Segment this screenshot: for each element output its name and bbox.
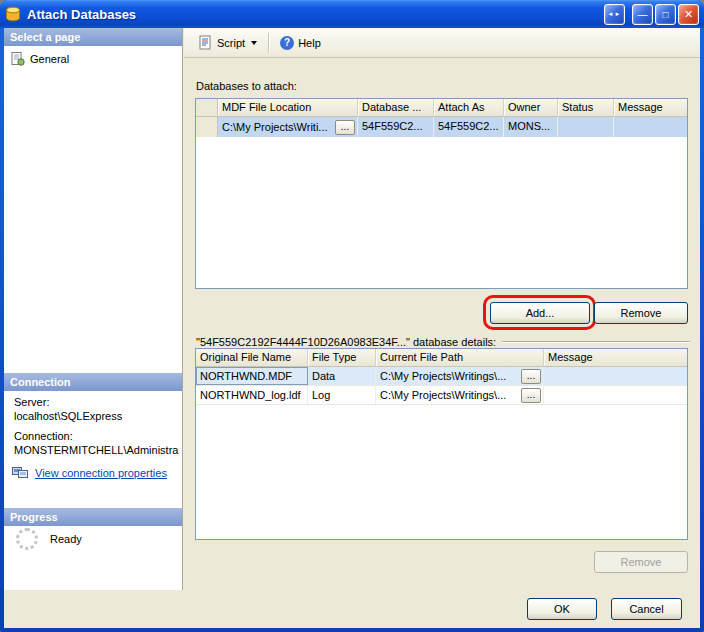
column-header-owner[interactable]: Owner (504, 99, 558, 116)
column-header-current-file-path[interactable]: Current File Path (376, 349, 544, 366)
column-header-attach-as[interactable]: Attach As (434, 99, 504, 116)
server-label: Server: (14, 396, 49, 408)
toolbar-separator (268, 33, 269, 53)
script-button-label: Script (217, 37, 245, 49)
progress-header: Progress (4, 508, 182, 526)
current-file-path-value: C:\My Projects\Writings\... (380, 389, 506, 401)
column-header-mdf-file-location[interactable]: MDF File Location (218, 99, 358, 116)
original-file-name-cell[interactable]: NORTHWND_log.ldf (196, 386, 308, 404)
connection-label: Connection: (14, 430, 73, 442)
details-divider (502, 341, 690, 343)
column-header-database[interactable]: Database ... (358, 99, 434, 116)
row-selector-cell[interactable] (196, 117, 218, 137)
column-header-message[interactable]: Message (614, 99, 687, 116)
attach-as-cell[interactable]: 54F559C2... (434, 117, 504, 137)
general-page-icon (11, 52, 25, 66)
column-header-file-type[interactable]: File Type (308, 349, 376, 366)
window-title: Attach Databases (27, 7, 602, 22)
database-details-label: "54F559C2192F4444F10D26A0983E34F..." dat… (196, 336, 496, 348)
grid1-header-row: MDF File Location Database ... Attach As… (196, 99, 687, 117)
column-header-status[interactable]: Status (558, 99, 614, 116)
current-file-path-cell[interactable]: C:\My Projects\Writings\... ... (376, 386, 544, 404)
connection-value: MONSTERMITCHELL\Administra (14, 444, 178, 456)
dialog-body: Select a page General Connection Server:… (4, 28, 700, 628)
table-row[interactable]: NORTHWND.MDF Data C:\My Projects\Writing… (196, 367, 687, 386)
file-type-cell[interactable]: Data (308, 367, 376, 385)
attach-database-icon (5, 6, 22, 22)
browse-button[interactable]: ... (335, 120, 355, 135)
view-connection-properties-link[interactable]: View connection properties (35, 467, 167, 479)
toolbar: Script Help (184, 28, 700, 58)
file-type-cell[interactable]: Log (308, 386, 376, 404)
help-button[interactable]: Help (274, 33, 327, 53)
original-file-name-cell[interactable]: NORTHWND.MDF (196, 367, 308, 385)
browse-button[interactable]: ... (521, 388, 541, 403)
databases-to-attach-grid: MDF File Location Database ... Attach As… (195, 98, 688, 289)
message-cell[interactable] (544, 367, 687, 385)
titlebar[interactable]: Attach Databases ◄► — □ ✕ (0, 0, 704, 28)
server-value: localhost\SQLExpress (14, 410, 122, 422)
owner-cell[interactable]: MONS... (504, 117, 558, 137)
minimize-button[interactable]: — (632, 4, 653, 25)
footer-bar: OK Cancel (4, 590, 700, 628)
column-header-original-file-name[interactable]: Original File Name (196, 349, 308, 366)
mdf-file-location-value: C:\My Projects\Writi... (222, 121, 328, 133)
details-remove-button[interactable]: Remove (594, 551, 688, 573)
sidebar-item-general-label: General (30, 53, 69, 65)
progress-status: Ready (50, 533, 82, 545)
current-file-path-cell[interactable]: C:\My Projects\Writings\... ... (376, 367, 544, 385)
message-cell[interactable] (614, 117, 687, 137)
script-button[interactable]: Script (192, 32, 263, 53)
help-button-label: Help (298, 37, 321, 49)
database-details-grid: Original File Name File Type Current Fil… (195, 348, 688, 540)
close-button[interactable]: ✕ (678, 4, 699, 25)
grid2-header-row: Original File Name File Type Current Fil… (196, 349, 687, 367)
column-header-message[interactable]: Message (544, 349, 687, 366)
chevron-down-icon (251, 41, 257, 45)
mdf-file-location-cell[interactable]: C:\My Projects\Writi... ... (218, 117, 358, 137)
script-icon (198, 35, 213, 50)
table-row[interactable]: C:\My Projects\Writi... ... 54F559C2... … (196, 117, 687, 137)
select-a-page-header: Select a page (4, 28, 182, 46)
database-details-row: "54F559C2192F4444F10D26A0983E34F..." dat… (196, 336, 690, 348)
connection-properties-row: View connection properties (12, 466, 167, 480)
cancel-button[interactable]: Cancel (611, 598, 682, 620)
ok-button[interactable]: OK (527, 598, 597, 620)
browse-button[interactable]: ... (521, 369, 541, 384)
table-row[interactable]: NORTHWND_log.ldf Log C:\My Projects\Writ… (196, 386, 687, 405)
maximize-button[interactable]: □ (655, 4, 676, 25)
help-icon (280, 36, 294, 50)
add-button[interactable]: Add... (490, 302, 590, 324)
sidebar-item-general[interactable]: General (7, 50, 179, 68)
connection-properties-icon (12, 466, 29, 480)
main-pane: Script Help Databases to attach: MDF Fil… (184, 28, 700, 590)
message-cell[interactable] (544, 386, 687, 404)
progress-spinner-icon (16, 528, 38, 550)
databases-to-attach-label: Databases to attach: (196, 80, 297, 92)
remove-button[interactable]: Remove (594, 302, 688, 324)
status-cell[interactable] (558, 117, 614, 137)
connection-header: Connection (4, 373, 182, 391)
database-cell[interactable]: 54F559C2... (358, 117, 434, 137)
sidebar: Select a page General Connection Server:… (4, 28, 183, 590)
progress-row: Ready (16, 528, 82, 550)
current-file-path-value: C:\My Projects\Writings\... (380, 370, 506, 382)
window-arrows-button[interactable]: ◄► (604, 4, 625, 25)
attach-databases-dialog: Attach Databases ◄► — □ ✕ Select a page (0, 0, 704, 632)
column-header-row-selector[interactable] (196, 99, 218, 116)
